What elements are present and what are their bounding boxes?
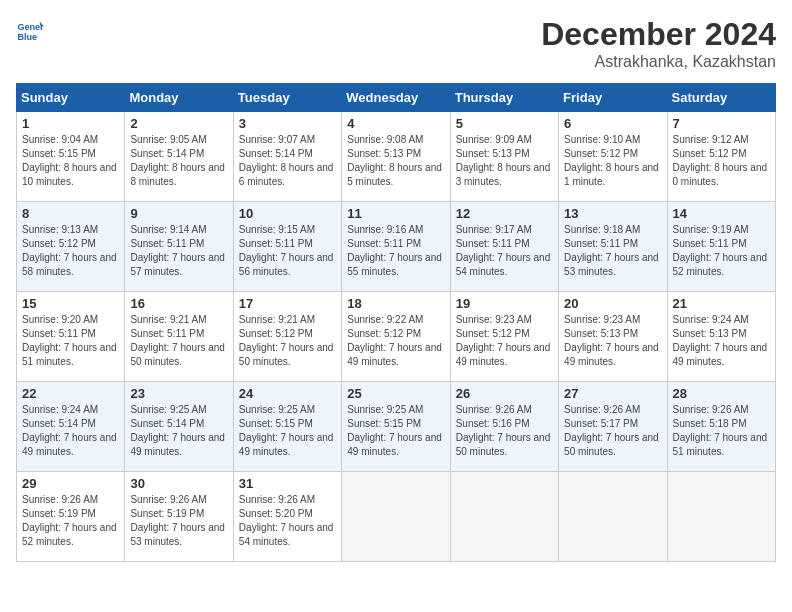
calendar-table: Sunday Monday Tuesday Wednesday Thursday… [16,83,776,562]
day-detail: Sunrise: 9:20 AMSunset: 5:11 PMDaylight:… [22,313,119,369]
calendar-row: 22Sunrise: 9:24 AMSunset: 5:14 PMDayligh… [17,382,776,472]
day-number: 9 [130,206,227,221]
day-number: 2 [130,116,227,131]
day-detail: Sunrise: 9:23 AMSunset: 5:12 PMDaylight:… [456,313,553,369]
table-row: 9Sunrise: 9:14 AMSunset: 5:11 PMDaylight… [125,202,233,292]
day-number: 17 [239,296,336,311]
day-detail: Sunrise: 9:23 AMSunset: 5:13 PMDaylight:… [564,313,661,369]
table-row: 26Sunrise: 9:26 AMSunset: 5:16 PMDayligh… [450,382,558,472]
day-number: 1 [22,116,119,131]
day-number: 25 [347,386,444,401]
col-friday: Friday [559,84,667,112]
calendar-row: 29Sunrise: 9:26 AMSunset: 5:19 PMDayligh… [17,472,776,562]
header-row: Sunday Monday Tuesday Wednesday Thursday… [17,84,776,112]
day-number: 15 [22,296,119,311]
table-row: 12Sunrise: 9:17 AMSunset: 5:11 PMDayligh… [450,202,558,292]
col-monday: Monday [125,84,233,112]
day-number: 31 [239,476,336,491]
day-number: 13 [564,206,661,221]
table-row: 28Sunrise: 9:26 AMSunset: 5:18 PMDayligh… [667,382,775,472]
calendar-row: 8Sunrise: 9:13 AMSunset: 5:12 PMDaylight… [17,202,776,292]
day-detail: Sunrise: 9:15 AMSunset: 5:11 PMDaylight:… [239,223,336,279]
day-detail: Sunrise: 9:24 AMSunset: 5:13 PMDaylight:… [673,313,770,369]
location-title: Astrakhanka, Kazakhstan [541,53,776,71]
day-detail: Sunrise: 9:26 AMSunset: 5:18 PMDaylight:… [673,403,770,459]
table-row: 19Sunrise: 9:23 AMSunset: 5:12 PMDayligh… [450,292,558,382]
table-row: 8Sunrise: 9:13 AMSunset: 5:12 PMDaylight… [17,202,125,292]
day-number: 21 [673,296,770,311]
month-title: December 2024 [541,16,776,53]
title-block: December 2024 Astrakhanka, Kazakhstan [541,16,776,71]
day-detail: Sunrise: 9:17 AMSunset: 5:11 PMDaylight:… [456,223,553,279]
table-row: 15Sunrise: 9:20 AMSunset: 5:11 PMDayligh… [17,292,125,382]
table-row: 10Sunrise: 9:15 AMSunset: 5:11 PMDayligh… [233,202,341,292]
day-number: 5 [456,116,553,131]
table-row: 29Sunrise: 9:26 AMSunset: 5:19 PMDayligh… [17,472,125,562]
table-row: 27Sunrise: 9:26 AMSunset: 5:17 PMDayligh… [559,382,667,472]
day-detail: Sunrise: 9:04 AMSunset: 5:15 PMDaylight:… [22,133,119,189]
table-row: 4Sunrise: 9:08 AMSunset: 5:13 PMDaylight… [342,112,450,202]
table-row: 2Sunrise: 9:05 AMSunset: 5:14 PMDaylight… [125,112,233,202]
table-row: 30Sunrise: 9:26 AMSunset: 5:19 PMDayligh… [125,472,233,562]
day-number: 24 [239,386,336,401]
svg-text:Blue: Blue [17,32,37,42]
day-detail: Sunrise: 9:16 AMSunset: 5:11 PMDaylight:… [347,223,444,279]
day-detail: Sunrise: 9:08 AMSunset: 5:13 PMDaylight:… [347,133,444,189]
day-detail: Sunrise: 9:07 AMSunset: 5:14 PMDaylight:… [239,133,336,189]
table-row: 24Sunrise: 9:25 AMSunset: 5:15 PMDayligh… [233,382,341,472]
table-row: 18Sunrise: 9:22 AMSunset: 5:12 PMDayligh… [342,292,450,382]
col-thursday: Thursday [450,84,558,112]
day-number: 10 [239,206,336,221]
table-row: 5Sunrise: 9:09 AMSunset: 5:13 PMDaylight… [450,112,558,202]
table-row: 11Sunrise: 9:16 AMSunset: 5:11 PMDayligh… [342,202,450,292]
day-number: 30 [130,476,227,491]
day-detail: Sunrise: 9:05 AMSunset: 5:14 PMDaylight:… [130,133,227,189]
day-detail: Sunrise: 9:25 AMSunset: 5:14 PMDaylight:… [130,403,227,459]
day-detail: Sunrise: 9:26 AMSunset: 5:20 PMDaylight:… [239,493,336,549]
day-number: 7 [673,116,770,131]
day-detail: Sunrise: 9:25 AMSunset: 5:15 PMDaylight:… [347,403,444,459]
calendar-row: 15Sunrise: 9:20 AMSunset: 5:11 PMDayligh… [17,292,776,382]
day-number: 8 [22,206,119,221]
day-detail: Sunrise: 9:26 AMSunset: 5:19 PMDaylight:… [130,493,227,549]
table-row: 3Sunrise: 9:07 AMSunset: 5:14 PMDaylight… [233,112,341,202]
day-detail: Sunrise: 9:26 AMSunset: 5:17 PMDaylight:… [564,403,661,459]
table-row [667,472,775,562]
table-row: 21Sunrise: 9:24 AMSunset: 5:13 PMDayligh… [667,292,775,382]
table-row: 16Sunrise: 9:21 AMSunset: 5:11 PMDayligh… [125,292,233,382]
logo: General Blue [16,16,44,44]
day-detail: Sunrise: 9:24 AMSunset: 5:14 PMDaylight:… [22,403,119,459]
day-number: 29 [22,476,119,491]
day-number: 27 [564,386,661,401]
day-detail: Sunrise: 9:10 AMSunset: 5:12 PMDaylight:… [564,133,661,189]
day-number: 28 [673,386,770,401]
day-number: 3 [239,116,336,131]
day-number: 18 [347,296,444,311]
day-number: 4 [347,116,444,131]
day-detail: Sunrise: 9:09 AMSunset: 5:13 PMDaylight:… [456,133,553,189]
day-detail: Sunrise: 9:19 AMSunset: 5:11 PMDaylight:… [673,223,770,279]
day-number: 6 [564,116,661,131]
table-row [342,472,450,562]
table-row: 20Sunrise: 9:23 AMSunset: 5:13 PMDayligh… [559,292,667,382]
col-saturday: Saturday [667,84,775,112]
day-detail: Sunrise: 9:22 AMSunset: 5:12 PMDaylight:… [347,313,444,369]
day-number: 14 [673,206,770,221]
day-detail: Sunrise: 9:25 AMSunset: 5:15 PMDaylight:… [239,403,336,459]
day-detail: Sunrise: 9:13 AMSunset: 5:12 PMDaylight:… [22,223,119,279]
day-detail: Sunrise: 9:18 AMSunset: 5:11 PMDaylight:… [564,223,661,279]
table-row: 25Sunrise: 9:25 AMSunset: 5:15 PMDayligh… [342,382,450,472]
page-header: General Blue December 2024 Astrakhanka, … [16,16,776,71]
day-number: 20 [564,296,661,311]
col-tuesday: Tuesday [233,84,341,112]
day-number: 19 [456,296,553,311]
col-sunday: Sunday [17,84,125,112]
table-row: 31Sunrise: 9:26 AMSunset: 5:20 PMDayligh… [233,472,341,562]
day-number: 16 [130,296,227,311]
day-detail: Sunrise: 9:21 AMSunset: 5:11 PMDaylight:… [130,313,227,369]
table-row [450,472,558,562]
day-detail: Sunrise: 9:21 AMSunset: 5:12 PMDaylight:… [239,313,336,369]
col-wednesday: Wednesday [342,84,450,112]
day-number: 22 [22,386,119,401]
table-row: 7Sunrise: 9:12 AMSunset: 5:12 PMDaylight… [667,112,775,202]
